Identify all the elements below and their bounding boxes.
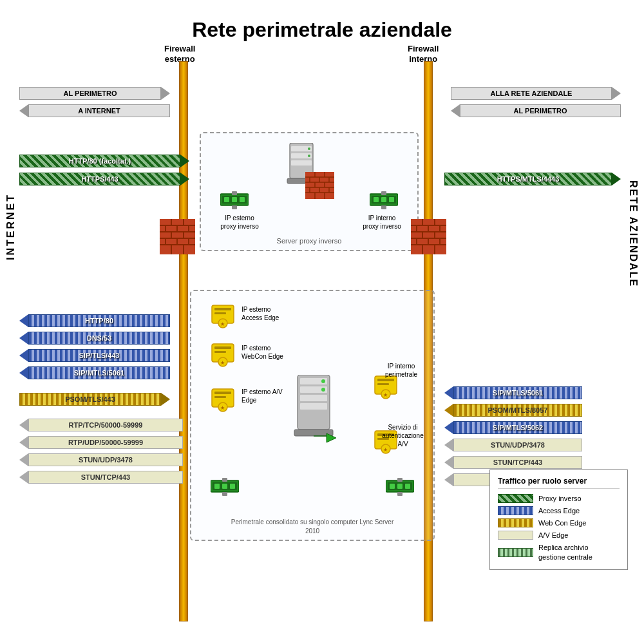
rete-aziendale-label: RETE AZIENDALE xyxy=(627,180,639,287)
arrow-http80-proxy: HTTP/80 (facoltat.) xyxy=(19,155,189,167)
nic-consolidated-right xyxy=(386,478,414,500)
arrow-psom-mtls-8057: PSOM/MTLS/8057 xyxy=(444,404,582,417)
svg-rect-35 xyxy=(389,197,394,202)
arrow-dns53: DNS/53 xyxy=(19,332,170,345)
brick-wall-right-fw xyxy=(411,219,446,257)
svg-rect-36 xyxy=(381,191,386,195)
legend-title: Traffico per ruolo server xyxy=(498,477,620,489)
svg-point-4 xyxy=(308,147,310,150)
servizio-auth-label: Servizio diautenticazioneA/V xyxy=(375,423,430,448)
svg-rect-116 xyxy=(397,484,402,489)
legend-webcon-label: Web Con Edge xyxy=(538,519,586,527)
nic-proxy-right xyxy=(370,191,398,213)
arrow-al-perimetro-right: AL PERIMETRO xyxy=(451,104,621,117)
brick-wall-left-fw xyxy=(160,219,195,257)
svg-rect-100 xyxy=(230,484,235,489)
svg-rect-27 xyxy=(232,197,237,202)
svg-text:★: ★ xyxy=(220,405,225,411)
arrow-sip-mtls-5061: SIP/MTLS/5061 xyxy=(19,366,170,379)
svg-text:★: ★ xyxy=(220,360,225,366)
consolidated-label: Perimetrale consolidato su singolo compu… xyxy=(191,518,433,536)
arrow-rtp-tcp: RTP/TCP/50000-59999 xyxy=(19,419,183,431)
svg-rect-7 xyxy=(305,172,334,199)
svg-rect-3 xyxy=(291,160,312,166)
legend-replica-label: Replica archiviogestione centrale xyxy=(538,543,592,562)
svg-rect-115 xyxy=(390,484,395,489)
legend-access-label: Access Edge xyxy=(538,507,580,515)
svg-rect-93 xyxy=(214,396,226,398)
svg-rect-92 xyxy=(214,392,231,394)
svg-rect-74 xyxy=(214,312,226,314)
page-title: Rete perimetrale aziendale xyxy=(0,6,644,47)
ip-esterno-proxy-label: IP esternoproxy inverso xyxy=(214,214,265,231)
svg-point-87 xyxy=(321,379,325,383)
cert-av-edge: ★ xyxy=(211,388,235,415)
proxy-server-box: IP esternoproxy inverso IP internoproxy … xyxy=(200,132,419,251)
arrow-sip-mtls-5061-right: SIP/MTLS/5061 xyxy=(444,386,582,399)
arrow-stun-udp-left: STUN/UDP/3478 xyxy=(19,453,183,466)
cert-ip-interno: ★ xyxy=(374,375,398,402)
svg-rect-117 xyxy=(405,484,410,489)
proxy-server-label: Server proxy inverso xyxy=(201,237,417,245)
arrow-https-mtls-4443: HTTPS/MTLS/4443 xyxy=(444,173,621,185)
consolidated-server-box: ★ IP esternoAccess Edge ★ IP esternoWebC… xyxy=(190,290,435,541)
vline-left xyxy=(179,61,188,621)
arrow-stun-tcp-right: STUN/TCP/443 xyxy=(444,456,582,469)
legend-box: Traffico per ruolo server Proxy inverso … xyxy=(489,469,628,570)
svg-rect-85 xyxy=(300,395,327,401)
svg-rect-118 xyxy=(397,478,402,482)
cert-webcon-edge: ★ xyxy=(211,343,235,370)
arrow-a-internet: A INTERNET xyxy=(19,104,170,117)
arrow-rtp-udp: RTP/UDP/50000-59999 xyxy=(19,436,183,449)
svg-rect-86 xyxy=(300,403,327,410)
ip-esterno-webcon-label: IP esternoWebCon Edge xyxy=(242,344,283,361)
svg-point-88 xyxy=(321,388,325,392)
arrow-psom-tls-443: PSOM/TLS/443 xyxy=(19,393,170,406)
legend-webcon: Web Con Edge xyxy=(498,518,620,527)
ip-esterno-av-label: IP esterno A/VEdge xyxy=(242,388,283,404)
svg-rect-29 xyxy=(232,191,237,195)
arrow-sip-tls-443: SIP/TLS/443 xyxy=(19,349,170,362)
svg-rect-73 xyxy=(214,308,231,310)
legend-proxy: Proxy inverso xyxy=(498,494,620,503)
svg-text:★: ★ xyxy=(383,392,388,398)
svg-rect-119 xyxy=(397,492,402,496)
svg-rect-26 xyxy=(224,197,229,202)
svg-rect-101 xyxy=(222,478,227,482)
ip-interno-perimetrale-label: IP internoperimetrale xyxy=(375,362,427,379)
arrow-http80-access: HTTP/80 xyxy=(19,314,170,327)
svg-rect-38 xyxy=(160,219,195,254)
svg-rect-78 xyxy=(214,346,231,349)
svg-point-5 xyxy=(308,155,310,157)
svg-rect-34 xyxy=(381,197,386,202)
internet-label: INTERNET xyxy=(5,193,17,260)
svg-rect-104 xyxy=(377,379,394,381)
svg-text:★: ★ xyxy=(220,321,225,327)
svg-rect-102 xyxy=(222,492,227,496)
arrow-https443-proxy: HTTPS/443 xyxy=(19,173,189,185)
ip-esterno-access-label: IP esternoAccess Edge xyxy=(242,305,279,322)
nic-proxy-left xyxy=(220,191,249,213)
svg-rect-99 xyxy=(222,484,227,489)
cert-access-edge: ★ xyxy=(211,304,235,331)
arrow-stun-tcp-left: STUN/TCP/443 xyxy=(19,471,183,484)
svg-rect-28 xyxy=(240,197,245,202)
consolidated-server-tower xyxy=(291,375,336,448)
svg-rect-55 xyxy=(411,219,446,254)
legend-proxy-label: Proxy inverso xyxy=(538,495,582,502)
ip-interno-proxy-label: IP internoproxy inverso xyxy=(356,214,408,231)
legend-replica: Replica archiviogestione centrale xyxy=(498,543,620,562)
arrow-stun-udp-right: STUN/UDP/3478 xyxy=(444,439,582,451)
brick-wall-proxy xyxy=(305,172,334,202)
svg-rect-30 xyxy=(232,205,237,209)
legend-access: Access Edge xyxy=(498,506,620,515)
arrow-sip-mtls-5062: SIP/MTLS/5062 xyxy=(444,421,582,434)
svg-rect-37 xyxy=(381,205,386,209)
arrow-al-perimetro: AL PERIMETRO xyxy=(19,87,170,100)
svg-rect-105 xyxy=(377,383,389,385)
svg-rect-98 xyxy=(214,484,220,489)
svg-rect-79 xyxy=(214,351,226,353)
svg-rect-33 xyxy=(374,197,379,202)
arrow-alla-rete: ALLA RETE AZIENDALE xyxy=(451,87,621,100)
legend-av: A/V Edge xyxy=(498,531,620,540)
